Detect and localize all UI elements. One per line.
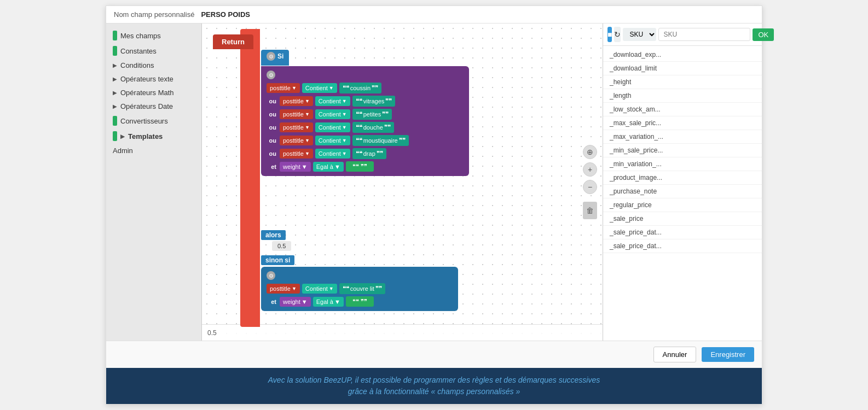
- sidebar: Mes champs Constantes ▶ Conditions ▶ Opé…: [106, 24, 202, 341]
- sidebar-item-mes-champs[interactable]: Mes champs: [106, 28, 201, 43]
- op-contient-5[interactable]: Contient ▼: [315, 149, 350, 159]
- field-posttitle-5[interactable]: posttitle ▼: [280, 149, 313, 159]
- trash-icon[interactable]: 🗑: [583, 202, 597, 219]
- zoom-in-icon[interactable]: +: [583, 162, 597, 177]
- sidebar-item-admin[interactable]: Admin: [106, 144, 201, 157]
- sidebar-label-templates: Templates: [128, 132, 163, 140]
- condition-row-0: posttitle ▼ Contient ▼ ❝❝ coussin ❞❞: [267, 83, 464, 93]
- sinon-condition-row-0: posttitle ▼ Contient ▼ ❝❝ couvre lit ❞❞: [267, 283, 453, 294]
- sidebar-item-operateurs-date[interactable]: ▶ Opérateurs Date: [106, 99, 201, 113]
- op-contient-4[interactable]: Contient ▼: [315, 136, 350, 145]
- op-contient-0[interactable]: Contient ▼: [302, 83, 337, 93]
- sinon-settings-icon[interactable]: ⚙: [267, 271, 275, 280]
- right-panel-ok-btn[interactable]: OK: [753, 28, 774, 41]
- right-panel-refresh-btn[interactable]: ↻: [614, 27, 621, 42]
- field-name-value: PERSO POIDS: [201, 10, 250, 19]
- right-list-item[interactable]: _product_image...: [603, 171, 762, 185]
- field-posttitle-0[interactable]: posttitle ▼: [267, 83, 300, 93]
- right-list-item[interactable]: _sale_price: [603, 212, 762, 226]
- right-list-item[interactable]: _low_stock_am...: [603, 103, 762, 116]
- sidebar-item-operateurs-texte[interactable]: ▶ Opérateurs texte: [106, 72, 201, 86]
- footer-text: Avec la solution BeezUP, il est possible…: [268, 376, 600, 396]
- canvas-area[interactable]: Return ⚙ Si: [202, 24, 603, 341]
- sidebar-label-op-math: Opérateurs Math: [120, 89, 174, 97]
- right-list-item[interactable]: _purchase_note: [603, 185, 762, 198]
- right-list-item[interactable]: _max_sale_pric...: [603, 116, 762, 130]
- op-contient-2[interactable]: Contient ▼: [315, 109, 350, 119]
- sidebar-item-conditions[interactable]: ▶ Conditions: [106, 58, 201, 72]
- val-coussin: ❝❝ coussin ❞❞: [339, 83, 381, 93]
- field-posttitle-sinon[interactable]: posttitle ▼: [267, 284, 300, 294]
- right-list-item[interactable]: _min_variation_...: [603, 157, 762, 171]
- field-weight-1[interactable]: weight ▼: [280, 162, 311, 172]
- right-list-item[interactable]: _height: [603, 75, 762, 89]
- op-egal-sinon[interactable]: Egal à ▼: [313, 297, 344, 307]
- right-panel-square-btn[interactable]: ■: [607, 27, 612, 42]
- sidebar-item-convertisseurs[interactable]: Convertisseurs: [106, 113, 201, 128]
- right-list-item[interactable]: _download_exp...: [603, 48, 762, 62]
- right-panel: ■ ↻ SKU OK _download_exp..._download_lim…: [603, 24, 762, 341]
- val-moustiquaire: ❝❝ moustiquaire ❞❞: [352, 135, 409, 146]
- save-button[interactable]: Enregistrer: [702, 347, 754, 362]
- condition-bar-red: [240, 29, 260, 327]
- arrow-icon-op-texte: ▶: [113, 76, 117, 82]
- val-couvre-lit: ❝❝ couvre lit ❞❞: [339, 283, 385, 294]
- sidebar-label-constantes: Constantes: [120, 47, 157, 55]
- right-list-item[interactable]: _sale_price_dat...: [603, 239, 762, 253]
- purple-si-container: ⚙ posttitle ▼ Contient ▼ ❝❝ coussin ❞❞ o…: [261, 66, 469, 176]
- field-posttitle-3[interactable]: posttitle ▼: [280, 122, 313, 132]
- return-block[interactable]: Return: [213, 34, 253, 49]
- field-posttitle-1[interactable]: posttitle ▼: [280, 96, 313, 106]
- right-panel-search-input[interactable]: [658, 28, 750, 41]
- sidebar-label-op-date: Opérateurs Date: [120, 102, 173, 110]
- right-list-item[interactable]: _regular_price: [603, 198, 762, 212]
- canvas-scroll[interactable]: Return ⚙ Si: [202, 24, 603, 341]
- val-vitrages: ❝❝ vitrages ❞❞: [352, 96, 396, 107]
- ou-label-2: ou: [267, 111, 276, 118]
- op-contient-1[interactable]: Contient ▼: [315, 96, 350, 106]
- dialog-wrapper: Nom champ personnalisé PERSO POIDS Mes c…: [106, 5, 762, 405]
- right-top-bar: ■ ↻ SKU OK: [603, 24, 762, 46]
- content-area: Mes champs Constantes ▶ Conditions ▶ Opé…: [106, 24, 762, 341]
- field-weight-sinon[interactable]: weight ▼: [280, 297, 311, 307]
- alors-label: alors: [261, 230, 286, 240]
- right-list-item[interactable]: _length: [603, 89, 762, 103]
- sidebar-label-admin: Admin: [113, 147, 133, 155]
- si-label: Si: [277, 52, 283, 60]
- blocks-container: Return ⚙ Si: [207, 29, 594, 313]
- sidebar-label-mes-champs: Mes champs: [120, 32, 161, 40]
- right-list-item[interactable]: _max_variation_...: [603, 130, 762, 144]
- op-contient-sinon[interactable]: Contient ▼: [302, 284, 337, 294]
- field-name-row: Nom champ personnalisé PERSO POIDS: [106, 6, 762, 24]
- arrow-icon-op-math: ▶: [113, 90, 117, 96]
- right-list-item[interactable]: _download_limit: [603, 62, 762, 75]
- et-label-1: et: [267, 163, 276, 170]
- right-list-item[interactable]: _min_sale_price...: [603, 144, 762, 157]
- empty-val-1: ❝❝ ❞❞: [346, 161, 374, 172]
- field-posttitle-2[interactable]: posttitle ▼: [280, 109, 313, 119]
- field-name-label: Nom champ personnalisé: [114, 10, 194, 19]
- sinon-si-label: sinon si: [261, 255, 294, 265]
- arrow-icon-templates: ▶: [120, 133, 125, 139]
- right-panel-list: _download_exp..._download_limit_height_l…: [603, 46, 762, 341]
- sidebar-item-templates[interactable]: ▶ Templates: [106, 128, 201, 144]
- op-contient-3[interactable]: Contient ▼: [315, 122, 350, 132]
- op-egal-1[interactable]: Egal à ▼: [313, 162, 344, 172]
- field-posttitle-4[interactable]: posttitle ▼: [280, 136, 313, 145]
- empty-val-sinon: ❝❝ ❞❞: [346, 296, 374, 307]
- compass-icon[interactable]: ⊕: [583, 145, 597, 159]
- right-list-item[interactable]: _sale_price_dat...: [603, 226, 762, 239]
- alors-value: 0.5: [272, 241, 291, 251]
- right-panel-dropdown[interactable]: SKU: [623, 28, 656, 41]
- cancel-button[interactable]: Annuler: [653, 347, 697, 362]
- sidebar-item-operateurs-math[interactable]: ▶ Opérateurs Math: [106, 86, 201, 99]
- val-drap: ❝❝ drap ❞❞: [352, 148, 386, 159]
- ou-label-5: ou: [267, 150, 276, 157]
- sidebar-dot-constantes: [113, 46, 117, 56]
- sidebar-item-constantes[interactable]: Constantes: [106, 43, 201, 58]
- ou-label-4: ou: [267, 137, 276, 144]
- zoom-out-icon[interactable]: −: [583, 180, 597, 194]
- purple-settings-icon[interactable]: ⚙: [267, 71, 275, 79]
- si-settings-icon[interactable]: ⚙: [267, 52, 275, 61]
- ou-label-3: ou: [267, 124, 276, 131]
